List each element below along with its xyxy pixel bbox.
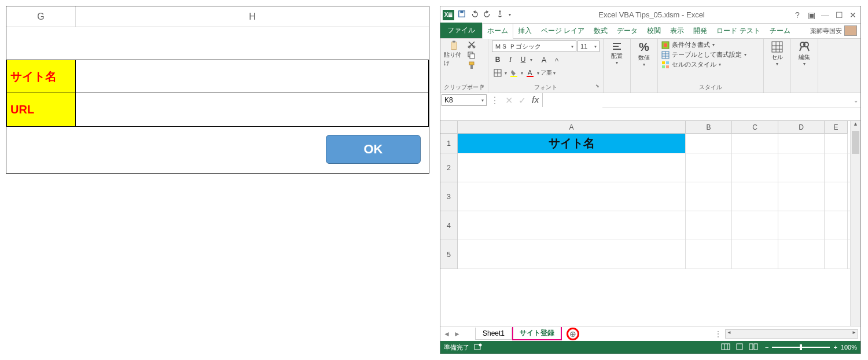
expand-formula-bar-icon[interactable]: ⌄ (851, 97, 860, 104)
select-all-corner[interactable] (440, 121, 458, 134)
cell-e1[interactable] (825, 134, 848, 153)
cells-button[interactable]: セル ▾ (767, 41, 787, 67)
tab-data[interactable]: データ (612, 24, 642, 38)
grow-font-button[interactable]: A (538, 54, 550, 65)
normal-view-icon[interactable] (721, 343, 730, 351)
zoom-out-button[interactable]: − (765, 344, 768, 351)
worksheet-grid[interactable]: A B C D E 1 2 3 4 5 サイト名 (440, 121, 860, 326)
svg-line-37 (800, 47, 801, 51)
zoom-level[interactable]: 100% (841, 344, 857, 351)
next-sheet-icon[interactable]: ► (454, 330, 461, 338)
column-header-a[interactable]: A (458, 121, 686, 134)
fx-icon[interactable]: fx (532, 95, 539, 105)
cancel-formula-icon[interactable]: ✕ (505, 95, 513, 106)
tab-developer[interactable]: 開発 (689, 24, 712, 38)
page-layout-view-icon[interactable] (735, 343, 744, 351)
group-label-styles: スタイル (661, 83, 760, 92)
tab-review[interactable]: 校閲 (642, 24, 665, 38)
tab-load-test[interactable]: ロード テスト (712, 24, 764, 38)
formula-input[interactable] (542, 93, 851, 107)
font-name-select[interactable]: ＭＳ Ｐゴシック▾ (492, 41, 576, 52)
format-painter-icon[interactable] (467, 61, 476, 71)
cell-b1[interactable] (686, 134, 732, 153)
enter-formula-icon[interactable]: ✓ (518, 95, 526, 106)
row-header-5[interactable]: 5 (440, 240, 458, 269)
underline-button[interactable]: U (517, 54, 529, 65)
paste-button[interactable]: 貼り付け (444, 41, 465, 67)
phonetic-button[interactable]: ア亜 (540, 67, 552, 79)
row-header-2[interactable]: 2 (440, 153, 458, 182)
new-sheet-button[interactable]: ⊕ (567, 328, 579, 340)
zoom-slider[interactable] (772, 347, 830, 348)
tab-view[interactable]: 表示 (665, 24, 689, 38)
divider-icon: ⋮ (490, 95, 499, 106)
ok-button[interactable]: OK (326, 135, 421, 164)
alignment-button[interactable]: 配置 ▾ (607, 41, 627, 65)
cell-a1[interactable]: サイト名 (458, 134, 686, 153)
label-site-name: サイト名 (6, 60, 76, 93)
excel-app-icon[interactable]: X≣ (443, 10, 454, 20)
svg-rect-10 (470, 65, 473, 69)
column-header-g[interactable]: G (6, 6, 76, 27)
column-header-c[interactable]: C (732, 121, 778, 134)
ribbon-options-icon[interactable]: ▣ (806, 10, 816, 20)
tab-file[interactable]: ファイル (440, 23, 482, 38)
svg-rect-46 (754, 344, 757, 350)
column-header-e[interactable]: E (825, 121, 848, 134)
cut-icon[interactable] (467, 41, 476, 50)
user-account[interactable]: 薬師寺国安 (807, 23, 860, 38)
column-header-h[interactable]: H (76, 6, 429, 27)
svg-rect-3 (451, 42, 457, 49)
prev-sheet-icon[interactable]: ◄ (443, 330, 450, 338)
column-headers: G H (6, 6, 429, 27)
cell-c1[interactable] (732, 134, 778, 153)
input-url[interactable] (76, 93, 429, 127)
conditional-formatting-button[interactable]: 条件付き書式▾ (661, 41, 760, 49)
name-box[interactable]: K8▾ (442, 94, 487, 106)
svg-rect-28 (662, 65, 665, 68)
vertical-scrollbar[interactable]: ▲ (850, 121, 860, 326)
row-header-3[interactable]: 3 (440, 182, 458, 211)
cell-styles-button[interactable]: セルのスタイル▾ (661, 60, 760, 69)
close-icon[interactable]: ✕ (848, 10, 858, 20)
redo-icon[interactable] (483, 10, 491, 20)
font-size-select[interactable]: 11▾ (578, 41, 599, 52)
font-color-button[interactable]: A (524, 67, 536, 79)
horizontal-scrollbar[interactable] (725, 329, 858, 339)
sheet-tab-sheet1[interactable]: Sheet1 (475, 328, 512, 340)
tab-home[interactable]: ホーム (482, 23, 513, 39)
bold-button[interactable]: B (492, 54, 503, 65)
sheet-tab-site-register[interactable]: サイト登録 (512, 327, 562, 340)
cell-d1[interactable] (778, 134, 825, 153)
borders-button[interactable] (492, 67, 503, 79)
format-as-table-button[interactable]: テーブルとして書式設定▾ (661, 50, 760, 59)
tab-team[interactable]: チーム (765, 24, 795, 38)
touch-mode-icon[interactable] (496, 10, 504, 20)
row-header-1[interactable]: 1 (440, 134, 458, 153)
macro-record-icon[interactable] (474, 343, 482, 352)
column-header-d[interactable]: D (778, 121, 825, 134)
undo-icon[interactable] (470, 10, 479, 20)
zoom-in-button[interactable]: + (833, 344, 837, 351)
italic-button[interactable]: I (505, 54, 516, 65)
fill-color-button[interactable] (508, 67, 520, 79)
help-icon[interactable]: ? (792, 10, 803, 20)
tab-formulas[interactable]: 数式 (589, 24, 612, 38)
find-button[interactable]: 編集 ▾ (795, 41, 814, 67)
tab-insert[interactable]: 挿入 (513, 24, 536, 38)
row-header-4[interactable]: 4 (440, 211, 458, 240)
maximize-icon[interactable]: ☐ (834, 10, 844, 20)
left-sheet-fragment: G H サイト名 URL OK (6, 6, 429, 174)
copy-icon[interactable] (467, 51, 476, 60)
column-header-b[interactable]: B (686, 121, 732, 134)
tab-page-layout[interactable]: ページ レイア (536, 24, 589, 38)
group-font: ＭＳ Ｐゴシック▾ 11▾ B I U ▾ A A ▾ (488, 39, 604, 93)
page-break-view-icon[interactable] (749, 343, 758, 351)
svg-rect-8 (470, 54, 475, 58)
group-alignment: 配置 ▾ . (604, 39, 631, 93)
minimize-icon[interactable]: — (820, 10, 830, 20)
shrink-font-button[interactable]: A (551, 54, 562, 65)
input-site-name[interactable] (76, 60, 429, 93)
save-icon[interactable] (458, 10, 466, 20)
number-format-button[interactable]: % 数値 ▾ (634, 41, 654, 67)
